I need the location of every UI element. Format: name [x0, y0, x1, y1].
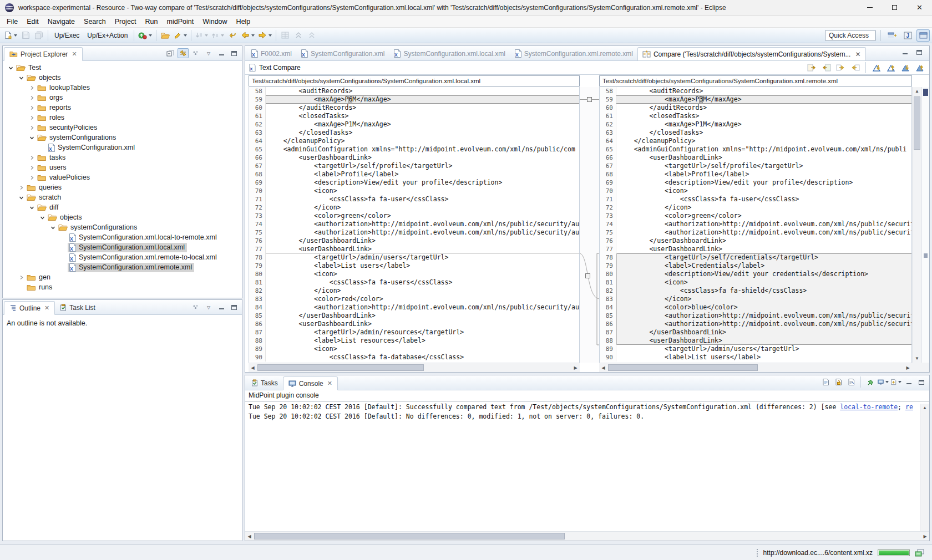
tree-expanded-arrow-icon[interactable] — [27, 135, 36, 140]
editor-tab-F0002.xml[interactable]: XF0002.xml — [246, 47, 296, 60]
tree-collapsed-arrow-icon[interactable] — [27, 95, 36, 100]
code-line-66[interactable]: 66 <userDashboardLink> — [600, 154, 911, 162]
view-filters-button[interactable] — [190, 48, 201, 58]
local-to-remote-link[interactable]: local-to-remote — [840, 403, 898, 411]
menu-item-edit[interactable]: Edit — [22, 17, 43, 27]
tree-item-users[interactable]: users — [3, 162, 242, 172]
scrollbar-thumb[interactable] — [257, 364, 424, 371]
maximize-view-button[interactable] — [229, 302, 240, 312]
tree-expanded-arrow-icon[interactable] — [6, 65, 15, 70]
code-line-64[interactable]: 64 </cleanupPolicy> — [249, 137, 579, 145]
tab-console[interactable]: Console ✕ — [283, 376, 338, 390]
code-line-75[interactable]: 75 <authorization>http://midpoint.evolve… — [600, 228, 911, 237]
download-status-text[interactable]: http://download.ec....6/content.xml.xz — [763, 549, 873, 557]
code-line-65[interactable]: 65 <adminGuiConfiguration xmlns="http://… — [249, 145, 579, 154]
scroll-right-icon[interactable]: ▶ — [571, 365, 580, 370]
code-line-87[interactable]: 87 <targetUrl>/admin/resources</targetUr… — [249, 328, 579, 337]
close-view-icon[interactable]: ✕ — [44, 304, 49, 312]
tree-expanded-arrow-icon[interactable] — [48, 225, 57, 230]
code-line-80[interactable]: 80 <description>View/edit your credentia… — [600, 270, 911, 278]
scroll-up-icon[interactable]: ▲ — [913, 87, 921, 95]
diff-marker[interactable] — [924, 253, 928, 258]
code-line-62[interactable]: 62 <maxAge>P1M</maxAge> — [600, 120, 911, 129]
code-line-74[interactable]: 74 <authorization>http://midpoint.evolve… — [249, 220, 579, 228]
tree-item-runs[interactable]: runs — [3, 282, 242, 292]
tree-collapsed-arrow-icon[interactable] — [27, 85, 36, 90]
window-maximize-button[interactable] — [882, 0, 907, 16]
code-line-67[interactable]: 67 <targetUrl>/self/profile</targetUrl> — [600, 162, 911, 170]
tree-item-valuePolicies[interactable]: valuePolicies — [3, 172, 242, 182]
code-line-84[interactable]: 84 <color>blue</color> — [600, 303, 911, 312]
tab-outline[interactable]: Outline ✕ — [4, 301, 55, 315]
code-line-76[interactable]: 76 </userDashboardLink> — [249, 237, 579, 245]
scroll-left-icon[interactable]: ◀ — [245, 534, 254, 539]
window-minimize-button[interactable] — [857, 0, 882, 16]
code-line-85[interactable]: 85 <authorization>http://midpoint.evolve… — [600, 312, 911, 320]
copy-all-left-to-right-button[interactable] — [806, 62, 818, 73]
tree-item-queries[interactable]: queries — [3, 182, 242, 192]
maximize-view-button[interactable] — [916, 377, 927, 387]
back-button[interactable] — [239, 29, 256, 42]
tree-item-lookupTables[interactable]: lookupTables — [3, 83, 242, 93]
copy-all-right-to-left-button[interactable] — [820, 62, 832, 73]
code-line-82[interactable]: 82 </icon> — [249, 287, 579, 295]
code-line-63[interactable]: 63 </closedTasks> — [249, 129, 579, 137]
resource-perspective-button[interactable] — [916, 29, 930, 42]
tree-collapsed-arrow-icon[interactable] — [27, 175, 36, 180]
code-line-88[interactable]: 88 <userDashboardLink> — [600, 337, 911, 345]
code-line-77[interactable]: 77 <userDashboardLink> — [249, 245, 579, 253]
tree-item-SystemConfiguration.xml.local-to-remote.xml[interactable]: XSystemConfiguration.xml.local-to-remote… — [3, 232, 242, 242]
editor-tab-SystemConfiguration.xml.local.xml[interactable]: XSystemConfiguration.xml.local.xml — [389, 47, 509, 60]
code-line-59[interactable]: 59 <maxAge>P3M</maxAge> — [600, 95, 911, 104]
code-line-68[interactable]: 68 <label>Profile</label> — [249, 170, 579, 179]
close-view-icon[interactable]: ✕ — [72, 50, 77, 58]
code-line-80[interactable]: 80 <icon> — [249, 270, 579, 278]
tree-collapsed-arrow-icon[interactable] — [27, 155, 36, 160]
display-console-button[interactable] — [878, 377, 889, 387]
promote-up-button[interactable] — [292, 29, 305, 42]
console-output[interactable]: Tue Sep 20 10:02:02 CEST 2016 [Default]:… — [245, 401, 929, 531]
code-line-64[interactable]: 64 </cleanupPolicy> — [600, 137, 911, 145]
code-line-58[interactable]: 58 <auditRecords> — [249, 87, 579, 95]
code-line-88[interactable]: 88 <label>List resources</label> — [249, 337, 579, 345]
upload-to-server-button[interactable] — [136, 29, 154, 42]
link-with-editor-button[interactable] — [178, 48, 189, 58]
open-resource-button[interactable] — [159, 29, 172, 42]
code-line-81[interactable]: 81 <icon> — [600, 278, 911, 287]
code-line-72[interactable]: 72 </icon> — [249, 203, 579, 212]
save-button[interactable] — [19, 29, 32, 42]
tree-expanded-arrow-icon[interactable] — [17, 75, 26, 80]
code-line-74[interactable]: 74 <authorization>http://midpoint.evolve… — [600, 220, 911, 228]
code-line-85[interactable]: 85 </userDashboardLink> — [249, 312, 579, 320]
word-wrap-button[interactable] — [845, 377, 857, 387]
tree-collapsed-arrow-icon[interactable] — [17, 275, 26, 280]
code-line-71[interactable]: 71 <cssClass>fa fa-user</cssClass> — [600, 195, 911, 203]
code-line-84[interactable]: 84 <authorization>http://midpoint.evolve… — [249, 303, 579, 312]
code-line-90[interactable]: 90 <cssClass>fa fa-database</cssClass> — [249, 353, 579, 362]
code-line-72[interactable]: 72 </icon> — [600, 203, 911, 212]
editor-tab-SystemConfiguration.xml.remote.xml[interactable]: XSystemConfiguration.xml.remote.xml — [510, 47, 637, 60]
tree-item-gen[interactable]: gen — [3, 272, 242, 282]
code-line-78[interactable]: 78 <targetUrl>/admin/users</targetUrl> — [249, 253, 579, 262]
remote-to-local-link[interactable]: re — [905, 403, 913, 411]
code-line-60[interactable]: 60 </auditRecords> — [249, 104, 579, 112]
menu-item-file[interactable]: File — [2, 17, 22, 27]
code-line-60[interactable]: 60 </auditRecords> — [600, 104, 911, 112]
code-line-83[interactable]: 83 </icon> — [600, 295, 911, 303]
tree-item-systemConfigurations[interactable]: systemConfigurations — [3, 133, 242, 142]
code-line-65[interactable]: 65 <adminGuiConfiguration xmlns="http://… — [600, 145, 911, 154]
code-line-89[interactable]: 89 <icon> — [249, 345, 579, 353]
minimize-view-button[interactable] — [216, 302, 227, 312]
code-line-73[interactable]: 73 <color>green</color> — [249, 212, 579, 220]
next-change-button[interactable] — [899, 62, 911, 73]
code-line-86[interactable]: 86 <authorization>http://midpoint.evolve… — [600, 320, 911, 328]
scroll-down-icon[interactable]: ▼ — [913, 354, 921, 363]
view-filters-button[interactable] — [190, 302, 201, 312]
menu-item-midpoint[interactable]: midPoint — [163, 17, 199, 27]
tree-item-objects[interactable]: objects — [3, 73, 242, 83]
maximize-editor-button[interactable] — [914, 47, 925, 57]
code-line-86[interactable]: 86 <userDashboardLink> — [249, 320, 579, 328]
previous-difference-button[interactable] — [885, 62, 897, 73]
maximize-view-button[interactable] — [229, 48, 240, 58]
code-line-69[interactable]: 69 <description>View/edit your profile</… — [600, 179, 911, 187]
